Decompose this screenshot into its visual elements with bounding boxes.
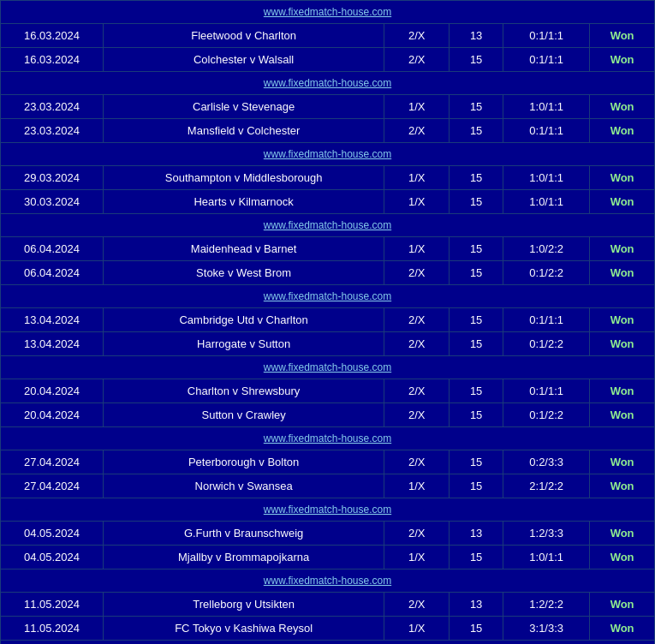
date-cell: 16.03.2024: [1, 24, 104, 48]
website-link[interactable]: www.fixedmatch-house.com: [1, 569, 655, 593]
odds-cell: 15: [450, 617, 503, 641]
score-cell: 1:0/1:1: [503, 190, 590, 214]
odds-cell: 15: [450, 474, 503, 498]
date-cell: 27.04.2024: [1, 450, 104, 474]
result-cell: Won: [590, 190, 655, 214]
result-cell: Won: [590, 119, 655, 143]
result-cell: Won: [590, 332, 655, 356]
odds-cell: 15: [450, 166, 503, 190]
match-cell: Harrogate v Sutton: [103, 332, 384, 356]
result-cell: Won: [590, 522, 655, 546]
result-cell: Won: [590, 95, 655, 119]
match-cell: Charlton v Shrewsbury: [103, 379, 384, 403]
date-cell: 20.04.2024: [1, 379, 104, 403]
match-cell: Colchester v Walsall: [103, 48, 384, 72]
date-cell: 30.03.2024: [1, 190, 104, 214]
date-cell: 20.04.2024: [1, 403, 104, 427]
website-link[interactable]: www.fixedmatch-house.com: [1, 143, 655, 166]
odds-cell: 15: [450, 332, 503, 356]
table-row: 16.03.2024Colchester v Walsall2/X150:1/1…: [1, 48, 655, 72]
odds-cell: 15: [450, 237, 503, 261]
date-cell: 16.03.2024: [1, 48, 104, 72]
website-row: www.fixedmatch-house.com: [1, 641, 655, 645]
score-cell: 0:1/2:2: [503, 332, 590, 356]
table-row: 11.05.2024Trelleborg v Utsikten2/X131:2/…: [1, 593, 655, 617]
website-link[interactable]: www.fixedmatch-house.com: [1, 498, 655, 522]
date-cell: 23.03.2024: [1, 119, 104, 143]
score-cell: 0:1/1:1: [503, 308, 590, 332]
pick-cell: 1/X: [384, 166, 450, 190]
match-cell: Hearts v Kilmarnock: [103, 190, 384, 214]
date-cell: 13.04.2024: [1, 308, 104, 332]
date-cell: 13.04.2024: [1, 332, 104, 356]
date-cell: 11.05.2024: [1, 593, 104, 617]
date-cell: 23.03.2024: [1, 95, 104, 119]
table-row: 04.05.2024G.Furth v Braunschweig2/X131:2…: [1, 522, 655, 546]
result-cell: Won: [590, 617, 655, 641]
odds-cell: 13: [450, 24, 503, 48]
result-cell: Won: [590, 308, 655, 332]
website-row: www.fixedmatch-house.com: [1, 72, 655, 95]
odds-cell: 15: [450, 95, 503, 119]
match-cell: Norwich v Swansea: [103, 474, 384, 498]
result-cell: Won: [590, 24, 655, 48]
score-cell: 0:1/1:1: [503, 379, 590, 403]
score-cell: 0:1/2:2: [503, 261, 590, 285]
date-cell: 04.05.2024: [1, 546, 104, 569]
pick-cell: 1/X: [384, 474, 450, 498]
score-cell: 1:0/1:1: [503, 546, 590, 569]
website-row: www.fixedmatch-house.com: [1, 214, 655, 237]
score-cell: 2:1/2:2: [503, 474, 590, 498]
pick-cell: 1/X: [384, 546, 450, 569]
odds-cell: 13: [450, 593, 503, 617]
date-cell: 04.05.2024: [1, 522, 104, 546]
date-cell: 29.03.2024: [1, 166, 104, 190]
pick-cell: 1/X: [384, 95, 450, 119]
pick-cell: 1/X: [384, 237, 450, 261]
website-row: www.fixedmatch-house.com: [1, 1, 655, 24]
odds-cell: 15: [450, 119, 503, 143]
pick-cell: 2/X: [384, 403, 450, 427]
date-cell: 06.04.2024: [1, 237, 104, 261]
website-link[interactable]: www.fixedmatch-house.com: [1, 1, 655, 24]
website-link[interactable]: www.fixedmatch-house.com: [1, 427, 655, 450]
table-row: 06.04.2024Maidenhead v Barnet1/X151:0/2:…: [1, 237, 655, 261]
match-cell: Peterborough v Bolton: [103, 450, 384, 474]
match-cell: Trelleborg v Utsikten: [103, 593, 384, 617]
pick-cell: 1/X: [384, 617, 450, 641]
result-cell: Won: [590, 450, 655, 474]
table-row: 11.05.2024FC Tokyo v Kashiwa Reysol1/X15…: [1, 617, 655, 641]
results-table: www.fixedmatch-house.com16.03.2024Fleetw…: [0, 0, 655, 644]
website-link[interactable]: www.fixedmatch-house.com: [1, 285, 655, 308]
odds-cell: 15: [450, 308, 503, 332]
website-row: www.fixedmatch-house.com: [1, 498, 655, 522]
website-row: www.fixedmatch-house.com: [1, 143, 655, 166]
odds-cell: 15: [450, 379, 503, 403]
table-row: 20.04.2024Sutton v Crawley2/X150:1/2:2Wo…: [1, 403, 655, 427]
table-row: 23.03.2024Carlisle v Stevenage1/X151:0/1…: [1, 95, 655, 119]
website-link[interactable]: www.fixedmatch-house.com: [1, 214, 655, 237]
table-row: 29.03.2024Southampton v Middlesborough1/…: [1, 166, 655, 190]
score-cell: 0:2/3:3: [503, 450, 590, 474]
website-link[interactable]: www.fixedmatch-house.com: [1, 72, 655, 95]
pick-cell: 2/X: [384, 522, 450, 546]
result-cell: Won: [590, 403, 655, 427]
website-row: www.fixedmatch-house.com: [1, 356, 655, 379]
table-row: 06.04.2024Stoke v West Brom2/X150:1/2:2W…: [1, 261, 655, 285]
website-link[interactable]: www.fixedmatch-house.com: [1, 356, 655, 379]
match-cell: Mansfield v Colchester: [103, 119, 384, 143]
odds-cell: 15: [450, 48, 503, 72]
table-row: 27.04.2024Norwich v Swansea1/X152:1/2:2W…: [1, 474, 655, 498]
website-link[interactable]: www.fixedmatch-house.com: [1, 641, 655, 645]
match-cell: Mjallby v Brommapojkarna: [103, 546, 384, 569]
odds-cell: 15: [450, 403, 503, 427]
result-cell: Won: [590, 261, 655, 285]
table-row: 16.03.2024Fleetwood v Charlton2/X130:1/1…: [1, 24, 655, 48]
odds-cell: 13: [450, 522, 503, 546]
match-cell: G.Furth v Braunschweig: [103, 522, 384, 546]
table-row: 13.04.2024Cambridge Utd v Charlton2/X150…: [1, 308, 655, 332]
table-row: 20.04.2024Charlton v Shrewsbury2/X150:1/…: [1, 379, 655, 403]
score-cell: 0:1/1:1: [503, 119, 590, 143]
result-cell: Won: [590, 48, 655, 72]
score-cell: 0:1/1:1: [503, 48, 590, 72]
